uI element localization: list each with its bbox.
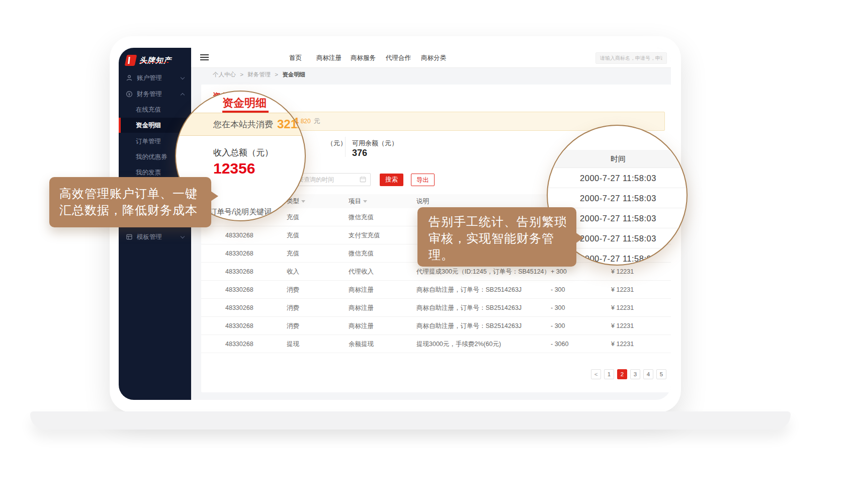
cell-type: 消费 xyxy=(287,317,299,335)
cell-project: 代理收入 xyxy=(349,263,374,281)
callout-text-line: 告别手工统计、告别繁琐 xyxy=(429,213,576,230)
cell-balance: ¥ 12231 xyxy=(611,335,634,353)
cell-order: 48330268 xyxy=(225,299,253,317)
table-row: 48330268 消费 商标注册 商标自助注册，订单号：SB2514263J -… xyxy=(201,281,671,299)
breadcrumb: 个人中心 > 财务管理 > 资金明细 xyxy=(213,71,305,78)
cell-desc: 商标自助注册，订单号：SB2514263J xyxy=(416,281,522,299)
cell-project: 商标注册 xyxy=(349,299,374,317)
sort-caret-icon xyxy=(363,200,367,203)
top-navbar: 首页 商标注册 商标服务 代理合作 商标分类 xyxy=(191,48,671,68)
hamburger-menu-icon[interactable] xyxy=(200,54,209,61)
pagination-page-5[interactable]: 5 xyxy=(656,369,666,379)
breadcrumb-item[interactable]: 财务管理 xyxy=(247,71,271,77)
magnified-income-value: 12356 xyxy=(213,160,255,177)
cell-amount: - 300 xyxy=(551,317,565,335)
callout-text-line: 审核，实现智能财务管 xyxy=(429,230,576,246)
breadcrumb-current: 资金明细 xyxy=(282,71,305,77)
cell-type: 收入 xyxy=(287,263,299,281)
search-button[interactable]: 搜索 xyxy=(380,174,403,186)
cell-type: 消费 xyxy=(287,299,299,317)
sidebar-item-label: 账户管理 xyxy=(137,74,162,82)
sidebar-item-template[interactable]: 模板管理 xyxy=(119,229,191,244)
nav-item-agent-coop[interactable]: 代理合作 xyxy=(386,48,411,68)
table-row: 48330268 消费 商标注册 商标自助注册，订单号：SB2514263J -… xyxy=(201,317,671,335)
cell-project: 余额提现 xyxy=(349,335,374,353)
cell-project: 微信充值 xyxy=(349,208,374,226)
available-balance-label: 可用余额（元） xyxy=(352,139,398,148)
search-input[interactable] xyxy=(595,52,667,64)
calendar-icon[interactable] xyxy=(360,176,366,183)
col-header-project[interactable]: 项目 xyxy=(349,194,367,208)
callout-smart-finance: 告别手工统计、告别繁琐 审核，实现智能财务管 理。 xyxy=(417,207,576,267)
cell-desc: 提现3000元，手续费2%(60元) xyxy=(416,335,501,353)
callout-text-line: 汇总数据，降低财务成本 xyxy=(59,202,211,218)
magnified-time-cell: 2000-7-27 11:58:03 xyxy=(548,168,688,188)
cell-balance: ¥ 12231 xyxy=(611,317,634,335)
expense-label-fragment: （元） xyxy=(327,139,347,148)
export-button[interactable]: 导出 xyxy=(411,174,435,186)
nav-item-trademark-service[interactable]: 商标服务 xyxy=(351,48,376,68)
cell-order: 48330268 xyxy=(225,226,253,244)
yuan-circle-icon xyxy=(126,91,133,98)
sidebar-item-account[interactable]: 账户管理 xyxy=(119,70,191,86)
cell-amount: - 3060 xyxy=(551,335,568,353)
table-row: 48330268 提现 余额提现 提现3000元，手续费2%(60元) - 30… xyxy=(201,335,671,353)
cell-order: 48330268 xyxy=(225,335,253,353)
banner-amount-tail: 820 xyxy=(301,118,311,125)
pagination-page-2-active[interactable]: 2 xyxy=(617,369,627,379)
cell-order: 48330268 xyxy=(225,244,253,263)
cell-amount: - 300 xyxy=(551,281,565,299)
cell-project: 支付宝充值 xyxy=(349,226,380,244)
cell-order: 48330268 xyxy=(225,263,253,281)
brand-tagline xyxy=(140,62,169,63)
user-icon xyxy=(126,74,133,81)
sort-caret-icon xyxy=(301,200,305,203)
magnified-banner: 您在本站共消费 32124 xyxy=(176,113,306,136)
cell-project: 商标注册 xyxy=(349,317,374,335)
cell-order: 48330268 xyxy=(225,317,253,335)
sidebar-item-finance[interactable]: 财务管理 xyxy=(119,87,191,102)
cell-desc: 商标自助注册，订单号：SB2514263J xyxy=(416,317,522,335)
cell-balance: ¥ 12231 xyxy=(611,281,634,299)
chevron-up-icon xyxy=(181,93,185,97)
callout-text-line: 高效管理账户订单、一键 xyxy=(59,185,211,202)
brand-logo[interactable]: 头牌知产 xyxy=(126,55,172,66)
stage: 头牌知产 账户管理 财务管理 在线充值 资金明细 xyxy=(0,0,853,504)
stats-divider xyxy=(345,137,346,157)
pagination: < 1 2 3 4 5 xyxy=(591,369,669,379)
laptop-base xyxy=(30,411,791,430)
sidebar-item-label: 模板管理 xyxy=(137,233,162,241)
callout-text-line: 理。 xyxy=(429,246,576,263)
nav-item-trademark-class[interactable]: 商标分类 xyxy=(421,48,446,68)
chevron-down-icon xyxy=(181,234,185,238)
magnified-tab-label: 资金明细 xyxy=(222,96,267,111)
pagination-page-1[interactable]: 1 xyxy=(604,369,614,379)
cell-type: 充值 xyxy=(287,226,299,244)
sidebar-subitem-recharge[interactable]: 在线充值 xyxy=(119,102,191,117)
cell-type: 提现 xyxy=(287,335,299,353)
cell-type: 充值 xyxy=(287,208,299,226)
table-row: 48330268 消费 商标注册 商标自助注册，订单号：SB2514263J -… xyxy=(201,299,671,317)
cell-project: 商标注册 xyxy=(349,281,374,299)
cell-type: 充值 xyxy=(287,244,299,263)
col-header-desc: 说明 xyxy=(416,194,429,208)
pagination-page-4[interactable]: 4 xyxy=(643,369,653,379)
breadcrumb-item[interactable]: 个人中心 xyxy=(213,71,236,77)
available-balance-value: 376 xyxy=(352,148,367,158)
brand-logo-text: 头牌知产 xyxy=(139,56,172,65)
pagination-prev-button[interactable]: < xyxy=(591,369,601,379)
magnified-time-header: 时间 xyxy=(548,150,688,168)
banner-unit: 元 xyxy=(314,117,320,126)
nav-item-trademark-register[interactable]: 商标注册 xyxy=(316,48,342,68)
magnified-time-cell: 2000-7-27 11:58:03 xyxy=(548,188,688,208)
cell-desc: 商标自助注册，订单号：SB2514263J xyxy=(416,299,522,317)
cell-balance: ¥ 12231 xyxy=(611,299,634,317)
magnified-banner-prefix: 您在本站共消费 xyxy=(213,119,273,130)
brand-logo-icon xyxy=(125,55,137,66)
template-icon xyxy=(126,233,133,240)
breadcrumb-separator: > xyxy=(275,71,278,77)
cell-project: 微信充值 xyxy=(349,244,374,263)
chevron-down-icon xyxy=(181,75,185,79)
nav-item-home[interactable]: 首页 xyxy=(289,48,302,68)
pagination-page-3[interactable]: 3 xyxy=(630,369,640,379)
